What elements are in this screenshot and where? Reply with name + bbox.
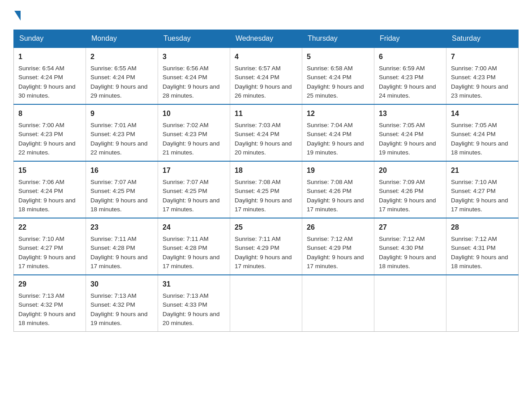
day-number: 8 [18, 108, 81, 119]
calendar-cell: 17Sunrise: 7:07 AMSunset: 4:25 PMDayligh… [158, 161, 230, 218]
day-number: 28 [451, 222, 514, 233]
day-number: 18 [235, 165, 297, 176]
day-number: 17 [163, 165, 225, 176]
day-number: 5 [307, 51, 369, 62]
header-tuesday: Tuesday [158, 30, 230, 48]
day-number: 7 [451, 51, 514, 62]
day-number: 19 [307, 165, 369, 176]
day-number: 14 [451, 108, 514, 119]
calendar-cell [230, 275, 302, 332]
calendar-cell: 24Sunrise: 7:11 AMSunset: 4:28 PMDayligh… [158, 218, 230, 275]
calendar-cell [374, 275, 446, 332]
logo [13, 9, 21, 21]
header-saturday: Saturday [446, 30, 519, 48]
calendar-cell: 16Sunrise: 7:07 AMSunset: 4:25 PMDayligh… [86, 161, 158, 218]
calendar-cell: 8Sunrise: 7:00 AMSunset: 4:23 PMDaylight… [14, 104, 86, 161]
calendar-cell: 2Sunrise: 6:55 AMSunset: 4:24 PMDaylight… [86, 47, 158, 104]
calendar-cell: 13Sunrise: 7:05 AMSunset: 4:24 PMDayligh… [374, 104, 446, 161]
calendar-cell: 9Sunrise: 7:01 AMSunset: 4:23 PMDaylight… [86, 104, 158, 161]
calendar-week-row: 1Sunrise: 6:54 AMSunset: 4:24 PMDaylight… [14, 47, 519, 104]
calendar-cell: 28Sunrise: 7:12 AMSunset: 4:31 PMDayligh… [446, 218, 519, 275]
day-number: 30 [90, 279, 153, 290]
header-wednesday: Wednesday [230, 30, 302, 48]
calendar-cell: 18Sunrise: 7:08 AMSunset: 4:25 PMDayligh… [230, 161, 302, 218]
calendar-cell: 31Sunrise: 7:13 AMSunset: 4:33 PMDayligh… [158, 275, 230, 332]
day-number: 11 [235, 108, 297, 119]
day-number: 20 [379, 165, 442, 176]
calendar-cell: 5Sunrise: 6:58 AMSunset: 4:24 PMDaylight… [302, 47, 374, 104]
day-number: 6 [379, 51, 442, 62]
calendar-cell: 22Sunrise: 7:10 AMSunset: 4:27 PMDayligh… [14, 218, 86, 275]
calendar-cell: 11Sunrise: 7:03 AMSunset: 4:24 PMDayligh… [230, 104, 302, 161]
calendar-cell: 21Sunrise: 7:10 AMSunset: 4:27 PMDayligh… [446, 161, 519, 218]
calendar-cell: 4Sunrise: 6:57 AMSunset: 4:24 PMDaylight… [230, 47, 302, 104]
calendar-table: SundayMondayTuesdayWednesdayThursdayFrid… [13, 30, 519, 332]
day-number: 24 [163, 222, 225, 233]
calendar-week-row: 29Sunrise: 7:13 AMSunset: 4:32 PMDayligh… [14, 275, 519, 332]
header-thursday: Thursday [302, 30, 374, 48]
calendar-cell: 29Sunrise: 7:13 AMSunset: 4:32 PMDayligh… [14, 275, 86, 332]
calendar-week-row: 22Sunrise: 7:10 AMSunset: 4:27 PMDayligh… [14, 218, 519, 275]
day-number: 22 [18, 222, 81, 233]
calendar-week-row: 8Sunrise: 7:00 AMSunset: 4:23 PMDaylight… [14, 104, 519, 161]
calendar-header-row: SundayMondayTuesdayWednesdayThursdayFrid… [14, 30, 519, 48]
calendar-cell: 20Sunrise: 7:09 AMSunset: 4:26 PMDayligh… [374, 161, 446, 218]
day-number: 1 [18, 51, 81, 62]
calendar-cell: 1Sunrise: 6:54 AMSunset: 4:24 PMDaylight… [14, 47, 86, 104]
calendar-week-row: 15Sunrise: 7:06 AMSunset: 4:24 PMDayligh… [14, 161, 519, 218]
day-number: 10 [163, 108, 225, 119]
day-number: 23 [90, 222, 153, 233]
calendar-cell: 27Sunrise: 7:12 AMSunset: 4:30 PMDayligh… [374, 218, 446, 275]
calendar-cell: 3Sunrise: 6:56 AMSunset: 4:24 PMDaylight… [158, 47, 230, 104]
day-number: 31 [163, 279, 225, 290]
calendar-cell: 30Sunrise: 7:13 AMSunset: 4:32 PMDayligh… [86, 275, 158, 332]
day-number: 2 [90, 51, 153, 62]
day-number: 13 [379, 108, 442, 119]
calendar-cell: 7Sunrise: 7:00 AMSunset: 4:23 PMDaylight… [446, 47, 519, 104]
header-monday: Monday [86, 30, 158, 48]
calendar-cell: 25Sunrise: 7:11 AMSunset: 4:29 PMDayligh… [230, 218, 302, 275]
day-number: 12 [307, 108, 369, 119]
header-sunday: Sunday [14, 30, 86, 48]
logo-arrow-icon [14, 11, 21, 21]
day-number: 21 [451, 165, 514, 176]
calendar-cell: 6Sunrise: 6:59 AMSunset: 4:23 PMDaylight… [374, 47, 446, 104]
day-number: 26 [307, 222, 369, 233]
day-number: 27 [379, 222, 442, 233]
header-friday: Friday [374, 30, 446, 48]
calendar-cell: 12Sunrise: 7:04 AMSunset: 4:24 PMDayligh… [302, 104, 374, 161]
day-number: 9 [90, 108, 153, 119]
calendar-cell: 15Sunrise: 7:06 AMSunset: 4:24 PMDayligh… [14, 161, 86, 218]
calendar-cell: 14Sunrise: 7:05 AMSunset: 4:24 PMDayligh… [446, 104, 519, 161]
calendar-cell: 10Sunrise: 7:02 AMSunset: 4:23 PMDayligh… [158, 104, 230, 161]
day-number: 15 [18, 165, 81, 176]
calendar-cell [302, 275, 374, 332]
calendar-cell: 19Sunrise: 7:08 AMSunset: 4:26 PMDayligh… [302, 161, 374, 218]
calendar-cell: 26Sunrise: 7:12 AMSunset: 4:29 PMDayligh… [302, 218, 374, 275]
calendar-cell: 23Sunrise: 7:11 AMSunset: 4:28 PMDayligh… [86, 218, 158, 275]
day-number: 3 [163, 51, 225, 62]
day-number: 25 [235, 222, 297, 233]
day-number: 29 [18, 279, 81, 290]
calendar-cell [446, 275, 519, 332]
day-number: 4 [235, 51, 297, 62]
page-header [13, 9, 519, 21]
day-number: 16 [90, 165, 153, 176]
